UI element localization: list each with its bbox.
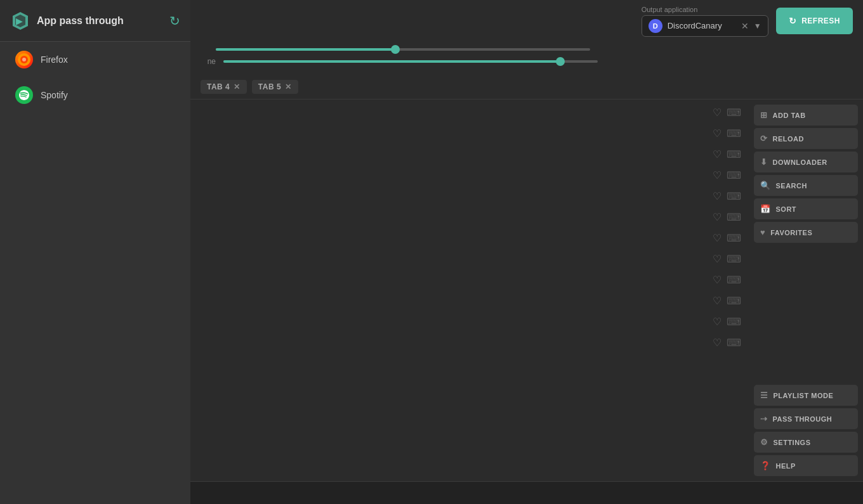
slider-2-track[interactable]	[223, 60, 598, 63]
refresh-icon: ↻	[789, 16, 797, 26]
app-logo-icon: ▶	[10, 11, 30, 31]
keyboard-icon[interactable]: ⌨	[727, 337, 741, 349]
output-application-container: Output application D DiscordCanary ✕ ▼	[642, 6, 768, 37]
pass-through-label: PASS THROUGH	[773, 415, 833, 423]
app-header: ▶ App pass through ↻	[0, 0, 190, 42]
sidebar-item-spotify[interactable]: Spotify	[4, 79, 187, 112]
settings-button[interactable]: ⚙ SETTINGS	[754, 432, 858, 453]
tab-4-close-icon[interactable]: ✕	[234, 82, 240, 91]
add-tab-icon: ⊞	[760, 110, 768, 120]
table-row: ♡ ⌨	[190, 311, 749, 332]
keyboard-icon[interactable]: ⌨	[727, 232, 741, 244]
downloader-label: DOWNLOADER	[773, 158, 827, 166]
add-tab-label: ADD TAB	[773, 112, 806, 119]
tab-5[interactable]: TAB 5 ✕	[252, 80, 298, 94]
favorite-icon[interactable]: ♡	[713, 148, 721, 160]
right-panel: ⊞ ADD TAB ⟳ RELOAD ⬇ DOWNLOADER 🔍 SEARCH…	[749, 100, 863, 481]
pass-through-icon: ⇢	[760, 414, 768, 423]
table-row: ♡ ⌨	[190, 186, 749, 207]
keyboard-icon[interactable]: ⌨	[727, 295, 741, 307]
keyboard-icon[interactable]: ⌨	[727, 107, 741, 119]
keyboard-icon[interactable]: ⌨	[727, 148, 741, 160]
discord-close-icon[interactable]: ✕	[741, 21, 749, 31]
track-list: ♡ ⌨ ♡ ⌨ ♡ ⌨ ♡ ⌨ ♡ ⌨ ♡ ⌨	[190, 100, 749, 481]
tab-4-label: TAB 4	[207, 82, 230, 91]
playlist-mode-icon: ☰	[760, 391, 768, 400]
slider-1-track[interactable]	[216, 48, 590, 51]
keyboard-icon[interactable]: ⌨	[727, 253, 741, 265]
sort-label: SORT	[776, 205, 797, 213]
keyboard-icon[interactable]: ⌨	[727, 127, 741, 139]
sidebar-item-label: Firefox	[41, 55, 68, 65]
table-row: ♡ ⌨	[190, 102, 749, 123]
favorite-icon[interactable]: ♡	[713, 127, 721, 139]
svg-text:▶: ▶	[16, 16, 23, 26]
table-row: ♡ ⌨	[190, 249, 749, 269]
favorite-icon[interactable]: ♡	[713, 316, 721, 328]
help-label: HELP	[776, 462, 796, 470]
topbar: Output application D DiscordCanary ✕ ▼ ↻…	[190, 0, 863, 42]
app-header-left: ▶ App pass through	[10, 11, 124, 31]
bottom-bar	[190, 481, 863, 504]
table-row: ♡ ⌨	[190, 165, 749, 186]
favorite-icon[interactable]: ♡	[713, 274, 721, 286]
tabs-bar: TAB 4 ✕ TAB 5 ✕	[190, 75, 863, 100]
keyboard-icon[interactable]: ⌨	[727, 190, 741, 202]
sidebar: ▶ App pass through ↻ Firefox Spotify	[0, 0, 190, 504]
favorite-icon[interactable]: ♡	[713, 253, 721, 265]
pass-through-button[interactable]: ⇢ PASS THROUGH	[754, 408, 858, 429]
slider-1-thumb[interactable]	[391, 45, 400, 54]
favorites-icon: ♥	[760, 228, 765, 237]
search-icon: 🔍	[760, 181, 771, 190]
downloader-button[interactable]: ⬇ DOWNLOADER	[754, 152, 858, 172]
dropdown-arrow-icon[interactable]: ▼	[754, 22, 761, 30]
spotify-icon	[15, 86, 33, 104]
sort-icon: 📅	[760, 204, 771, 214]
refresh-label: REFRESH	[801, 16, 840, 25]
keyboard-icon[interactable]: ⌨	[727, 274, 741, 286]
favorites-button[interactable]: ♥ FAVORITES	[754, 222, 858, 243]
content-area: ♡ ⌨ ♡ ⌨ ♡ ⌨ ♡ ⌨ ♡ ⌨ ♡ ⌨	[190, 100, 863, 481]
favorite-icon[interactable]: ♡	[713, 211, 721, 223]
playlist-mode-button[interactable]: ☰ PLAYLIST MODE	[754, 385, 858, 406]
playlist-mode-label: PLAYLIST MODE	[774, 392, 834, 399]
slider-row-2: ne	[203, 57, 850, 66]
help-button[interactable]: ❓ HELP	[754, 455, 858, 476]
refresh-sidebar-button[interactable]: ↻	[169, 13, 180, 29]
add-tab-button[interactable]: ⊞ ADD TAB	[754, 105, 858, 126]
tab-5-close-icon[interactable]: ✕	[285, 82, 292, 91]
favorite-icon[interactable]: ♡	[713, 107, 721, 119]
main-content: Output application D DiscordCanary ✕ ▼ ↻…	[190, 0, 863, 504]
favorite-icon[interactable]: ♡	[713, 295, 721, 307]
search-button[interactable]: 🔍 SEARCH	[754, 175, 858, 196]
table-row: ♡ ⌨	[190, 269, 749, 290]
favorite-icon[interactable]: ♡	[713, 337, 721, 349]
search-label: SEARCH	[776, 182, 807, 190]
output-application-box[interactable]: D DiscordCanary ✕ ▼	[642, 15, 768, 37]
settings-label: SETTINGS	[774, 439, 811, 446]
sidebar-item-label-spotify: Spotify	[41, 90, 68, 100]
sort-button[interactable]: 📅 SORT	[754, 198, 858, 219]
slider-2-label: ne	[203, 57, 216, 66]
refresh-button[interactable]: ↻ REFRESH	[776, 8, 853, 34]
reload-button[interactable]: ⟳ RELOAD	[754, 128, 858, 149]
favorite-icon[interactable]: ♡	[713, 169, 721, 181]
keyboard-icon[interactable]: ⌨	[727, 316, 741, 328]
tab-4[interactable]: TAB 4 ✕	[201, 80, 247, 94]
sidebar-item-firefox[interactable]: Firefox	[4, 43, 187, 76]
slider-2-fill	[223, 60, 560, 63]
favorites-label: FAVORITES	[770, 229, 812, 236]
discord-canary-name: DiscordCanary	[668, 21, 736, 30]
keyboard-icon[interactable]: ⌨	[727, 211, 741, 223]
svg-point-5	[22, 58, 26, 61]
favorite-icon[interactable]: ♡	[713, 190, 721, 202]
slider-row-1	[203, 48, 850, 51]
reload-icon: ⟳	[760, 134, 768, 143]
discord-canary-icon: D	[649, 19, 662, 33]
slider-2-thumb[interactable]	[556, 57, 565, 66]
keyboard-icon[interactable]: ⌨	[727, 169, 741, 181]
firefox-icon	[15, 51, 33, 68]
favorite-icon[interactable]: ♡	[713, 232, 721, 244]
downloader-icon: ⬇	[760, 157, 768, 167]
reload-label: RELOAD	[773, 135, 804, 143]
